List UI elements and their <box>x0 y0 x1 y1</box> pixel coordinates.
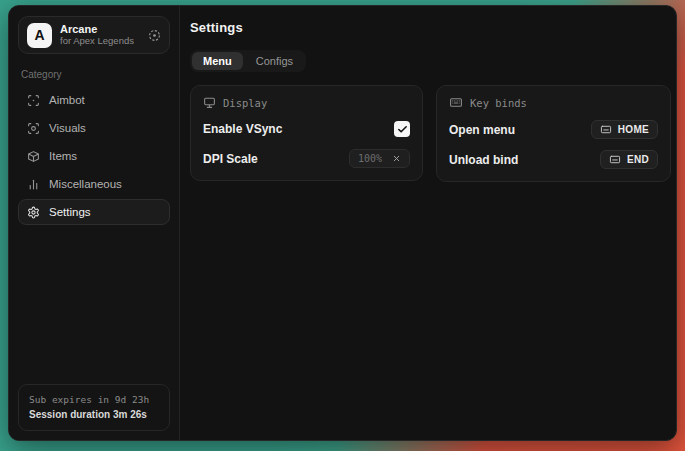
unload-bind-label: Unload bind <box>449 153 518 167</box>
enable-vsync-row: Enable VSync <box>203 120 410 138</box>
sidebar-item-visuals[interactable]: Visuals <box>18 115 170 141</box>
open-menu-row: Open menu HOME <box>449 120 658 139</box>
tab-bar: Menu Configs <box>190 50 306 72</box>
enable-vsync-checkbox[interactable] <box>394 121 410 137</box>
gear-icon <box>27 206 40 219</box>
keyboard-key-icon <box>609 154 621 165</box>
target-icon[interactable] <box>148 29 161 42</box>
dpi-scale-row: DPI Scale 100% <box>203 149 410 168</box>
enable-vsync-label: Enable VSync <box>203 122 282 136</box>
sidebar-item-label: Visuals <box>49 122 86 134</box>
session-duration-text: Session duration 3m 26s <box>29 407 159 422</box>
app-logo-letter: A <box>34 27 44 43</box>
sub-expires-text: Sub expires in 9d 23h <box>29 393 159 407</box>
app-name: Arcane <box>60 23 140 36</box>
sidebar-item-items[interactable]: Items <box>18 143 170 169</box>
keybinds-card-header: Key binds <box>449 96 658 109</box>
app-titles: Arcane for Apex Legends <box>60 23 140 47</box>
monitor-icon <box>203 96 216 109</box>
display-card-title: Display <box>223 97 267 109</box>
open-menu-key-value: HOME <box>618 124 649 135</box>
subscription-info-box: Sub expires in 9d 23h Session duration 3… <box>18 384 170 431</box>
category-label: Category <box>21 69 167 80</box>
keybinds-card: Key binds Open menu HOME Unload bind <box>436 85 671 182</box>
keyboard-icon <box>449 96 463 109</box>
keybinds-card-title: Key binds <box>470 97 527 109</box>
sidebar-item-label: Items <box>49 150 77 162</box>
tab-configs[interactable]: Configs <box>245 52 304 70</box>
scan-eye-icon <box>27 122 40 135</box>
desktop-background: { "colors": { "background_teal": "#38a28… <box>0 0 685 451</box>
sidebar-item-miscellaneous[interactable]: Miscellaneous <box>18 171 170 197</box>
sidebar-item-label: Miscellaneous <box>49 178 122 190</box>
sidebar-item-settings[interactable]: Settings <box>18 199 170 225</box>
app-header: A Arcane for Apex Legends <box>18 16 170 54</box>
sidebar: A Arcane for Apex Legends Category A <box>9 6 180 440</box>
clear-icon[interactable] <box>392 154 401 163</box>
settings-cards: Display Enable VSync DPI Scale 100% <box>190 85 671 182</box>
dpi-scale-label: DPI Scale <box>203 152 258 166</box>
open-menu-label: Open menu <box>449 123 515 137</box>
open-menu-keybind-button[interactable]: HOME <box>591 120 658 139</box>
display-card-header: Display <box>203 96 410 109</box>
page-title: Settings <box>190 20 671 35</box>
tab-menu[interactable]: Menu <box>192 52 243 70</box>
app-logo: A <box>27 23 52 48</box>
package-icon <box>27 150 40 163</box>
crosshair-scan-icon <box>27 94 40 107</box>
display-card: Display Enable VSync DPI Scale 100% <box>190 85 423 181</box>
keyboard-key-icon <box>600 124 612 135</box>
sidebar-item-label: Settings <box>49 206 91 218</box>
dpi-scale-value: 100% <box>358 153 382 164</box>
sidebar-item-aimbot[interactable]: Aimbot <box>18 87 170 113</box>
unload-bind-key-value: END <box>627 154 649 165</box>
sidebar-nav: Aimbot Visuals Items <box>18 87 170 225</box>
unload-bind-keybind-button[interactable]: END <box>600 150 658 169</box>
app-window: A Arcane for Apex Legends Category A <box>8 5 677 441</box>
bar-chart-icon <box>27 178 40 191</box>
dpi-scale-input[interactable]: 100% <box>349 149 410 168</box>
unload-bind-row: Unload bind END <box>449 150 658 169</box>
app-subtitle: for Apex Legends <box>60 36 140 47</box>
main-content: Settings Menu Configs Display Enable VSy… <box>180 6 677 440</box>
sidebar-item-label: Aimbot <box>49 94 85 106</box>
